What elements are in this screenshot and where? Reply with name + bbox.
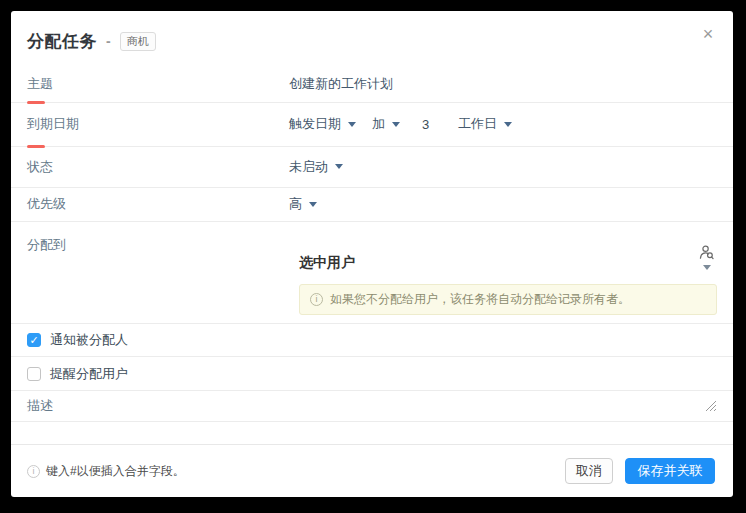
module-badge: 商机 [120, 32, 156, 51]
title-separator: - [106, 33, 111, 49]
assign-info-text: 如果您不分配给用户，该任务将自动分配给记录所有者。 [330, 291, 630, 308]
operator-select[interactable]: 加 [372, 115, 400, 133]
user-search-icon [698, 244, 715, 261]
dialog-footer: i 键入#以便插入合并字段。 取消 保存并关联 [11, 445, 733, 497]
description-label: 描述 [27, 397, 705, 415]
merge-field-hint: i 键入#以便插入合并字段。 [27, 463, 185, 480]
offset-input[interactable]: 3 [422, 117, 436, 132]
save-and-associate-button[interactable]: 保存并关联 [625, 458, 715, 484]
field-row-priority: 优先级 高 [11, 188, 733, 222]
status-select[interactable]: 未启动 [289, 158, 343, 176]
description-input[interactable]: 描述 [11, 391, 733, 422]
field-row-notify-assignee: 通知被分配人 [11, 324, 733, 357]
due-date-controls: 触发日期 加 3 工作日 [289, 115, 528, 133]
chevron-down-icon [309, 202, 317, 207]
remind-user-checkbox[interactable] [27, 367, 41, 381]
priority-label: 优先级 [27, 195, 289, 213]
close-icon[interactable]: × [697, 23, 719, 45]
trigger-date-value: 触发日期 [289, 115, 341, 133]
field-row-due-date: 到期日期 触发日期 加 3 工作日 [11, 103, 733, 147]
dialog-title: 分配任务 [27, 30, 97, 53]
chevron-down-icon [703, 265, 711, 270]
operator-value: 加 [372, 115, 385, 133]
field-row-subject: 主题 创建新的工作计划 [11, 66, 733, 103]
info-icon: i [27, 465, 40, 478]
notify-assignee-label: 通知被分配人 [50, 331, 128, 349]
subject-label: 主题 [27, 75, 289, 93]
notify-assignee-checkbox[interactable] [27, 333, 41, 347]
priority-select[interactable]: 高 [289, 195, 317, 213]
chevron-down-icon [348, 122, 356, 127]
chevron-down-icon [335, 164, 343, 169]
assign-info-box: i 如果您不分配给用户，该任务将自动分配给记录所有者。 [299, 284, 717, 315]
chevron-down-icon [504, 122, 512, 127]
user-picker[interactable] [698, 244, 715, 270]
assign-task-dialog: 分配任务 - 商机 × 主题 创建新的工作计划 到期日期 触发日期 加 3 工作… [11, 11, 733, 497]
unit-select[interactable]: 工作日 [458, 115, 512, 133]
field-row-remind-user: 提醒分配用户 [11, 357, 733, 391]
dialog-header: 分配任务 - 商机 × [11, 11, 733, 66]
field-row-assign-to: 分配到 选中用户 i 如果您不分配给用户，该任务将自动分配给记录所有者。 [11, 222, 733, 325]
selected-users-heading: 选中用户 [289, 244, 355, 272]
trigger-date-select[interactable]: 触发日期 [289, 115, 356, 133]
cancel-button[interactable]: 取消 [565, 458, 613, 484]
due-date-label: 到期日期 [27, 115, 289, 133]
priority-value: 高 [289, 195, 302, 213]
assign-to-area: 选中用户 i 如果您不分配给用户，该任务将自动分配给记录所有者。 [289, 222, 717, 315]
status-value: 未启动 [289, 158, 328, 176]
resize-handle-icon[interactable] [705, 400, 717, 412]
unit-value: 工作日 [458, 115, 497, 133]
merge-field-hint-text: 键入#以便插入合并字段。 [46, 463, 185, 480]
remind-user-label: 提醒分配用户 [50, 365, 128, 383]
chevron-down-icon [392, 122, 400, 127]
field-row-status: 状态 未启动 [11, 147, 733, 188]
spacer [11, 422, 733, 445]
assign-to-label: 分配到 [27, 222, 289, 254]
info-icon: i [310, 293, 323, 306]
subject-input[interactable]: 创建新的工作计划 [289, 75, 393, 93]
status-label: 状态 [27, 158, 289, 176]
